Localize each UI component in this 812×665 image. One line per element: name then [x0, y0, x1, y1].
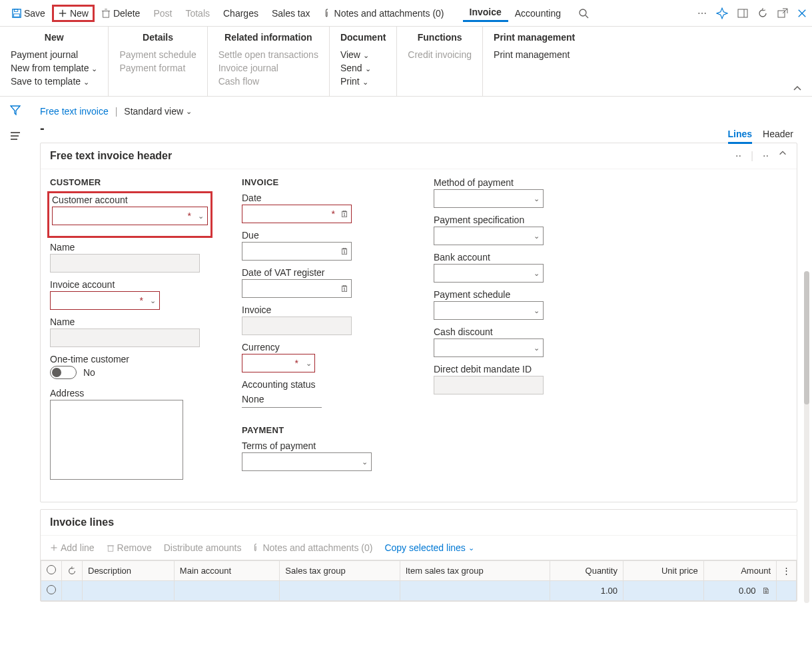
- more-icon[interactable]: ⋯: [697, 8, 707, 19]
- method-input[interactable]: ⌄: [434, 189, 544, 208]
- delete-button[interactable]: Delete: [95, 5, 147, 21]
- ribbon-cash-flow[interactable]: Cash flow: [218, 75, 318, 88]
- cell-sales-tax-group[interactable]: [280, 581, 400, 601]
- card-action-1[interactable]: ··: [735, 150, 741, 162]
- chevron-down-icon[interactable]: ⌄: [530, 269, 543, 278]
- lines-grid: Description Main account Sales tax group…: [41, 560, 797, 601]
- collapse-card-icon[interactable]: [778, 150, 787, 162]
- svg-rect-22: [108, 546, 113, 551]
- chevron-down-icon[interactable]: ⌄: [530, 307, 543, 315]
- cell-unit-price[interactable]: [623, 581, 703, 601]
- ribbon-new-from-template[interactable]: New from template⌄: [11, 61, 97, 75]
- tab-accounting[interactable]: Accounting: [508, 5, 568, 21]
- chevron-down-icon[interactable]: ⌄: [530, 344, 543, 352]
- ribbon-settle[interactable]: Settle open transactions: [218, 48, 318, 61]
- close-icon[interactable]: [797, 9, 807, 18]
- col-unit-price[interactable]: Unit price: [623, 561, 703, 581]
- col-amount[interactable]: Amount: [703, 561, 776, 581]
- calendar-icon[interactable]: 🗓: [338, 209, 351, 219]
- ribbon-invoice-journal[interactable]: Invoice journal: [218, 61, 318, 75]
- plus-icon: [58, 9, 67, 18]
- chevron-down-icon[interactable]: ⌄: [358, 458, 371, 466]
- popout-icon[interactable]: [777, 8, 788, 19]
- ribbon-payment-format[interactable]: Payment format: [119, 61, 196, 75]
- spec-input[interactable]: ⌄: [434, 227, 544, 245]
- list-icon[interactable]: [10, 131, 21, 141]
- search-icon[interactable]: [578, 8, 589, 19]
- new-button[interactable]: New: [52, 5, 95, 22]
- ribbon-group-document: Document View⌄ Send⌄ Print⌄: [330, 27, 397, 96]
- copilot-icon[interactable]: [716, 7, 728, 19]
- ribbon-payment-journal[interactable]: Payment journal: [11, 48, 97, 61]
- chevron-down-icon[interactable]: ⌄: [530, 195, 543, 203]
- cell-main-account[interactable]: [174, 581, 280, 601]
- table-row[interactable]: 1.00 0.00 🗎: [41, 581, 797, 601]
- date-vat-input[interactable]: 🗓: [242, 279, 352, 298]
- col-select[interactable]: [41, 561, 62, 581]
- label-currency: Currency: [242, 342, 402, 352]
- col-quantity[interactable]: Quantity: [550, 561, 623, 581]
- new-label: New: [70, 8, 89, 19]
- add-line-button[interactable]: Add line: [50, 542, 95, 553]
- tab-lines[interactable]: Lines: [728, 129, 753, 144]
- ribbon-save-to-template[interactable]: Save to template⌄: [11, 75, 97, 88]
- totals-button[interactable]: Totals: [179, 5, 216, 21]
- customer-account-input[interactable]: *⌄: [52, 207, 208, 225]
- ribbon-print[interactable]: Print⌄: [340, 75, 386, 88]
- col-description[interactable]: Description: [83, 561, 175, 581]
- ribbon-send[interactable]: Send⌄: [340, 61, 386, 75]
- save-button[interactable]: Save: [5, 5, 52, 21]
- cell-quantity[interactable]: 1.00: [550, 581, 623, 601]
- col-main-account[interactable]: Main account: [174, 561, 280, 581]
- one-time-toggle[interactable]: [50, 366, 77, 379]
- col-item-sales-tax-group[interactable]: Item sales tax group: [400, 561, 550, 581]
- filter-icon[interactable]: [10, 105, 21, 115]
- cash-discount-input[interactable]: ⌄: [434, 338, 544, 357]
- charges-button[interactable]: Charges: [216, 5, 265, 21]
- col-sales-tax-group[interactable]: Sales tax group: [280, 561, 400, 581]
- post-button[interactable]: Post: [147, 5, 179, 21]
- date-input[interactable]: *🗓: [242, 205, 352, 223]
- refresh-icon[interactable]: [757, 8, 768, 19]
- ribbon-group-new: New Payment journal New from template⌄ S…: [0, 27, 109, 96]
- row-select[interactable]: [47, 585, 56, 594]
- copy-lines-button[interactable]: Copy selected lines ⌄: [384, 542, 474, 553]
- chevron-down-icon[interactable]: ⌄: [194, 212, 207, 221]
- notes-button[interactable]: Notes and attachments (0): [317, 5, 451, 21]
- chevron-down-icon[interactable]: ⌄: [530, 232, 543, 241]
- schedule-input[interactable]: ⌄: [434, 301, 544, 320]
- ribbon-view[interactable]: View⌄: [340, 48, 386, 61]
- cell-item-sales-tax-group[interactable]: [400, 581, 550, 601]
- calendar-icon[interactable]: 🗓: [338, 247, 351, 257]
- remove-button[interactable]: Remove: [107, 542, 152, 553]
- distribute-button[interactable]: Distribute amounts: [164, 542, 242, 553]
- ribbon-payment-schedule[interactable]: Payment schedule: [119, 48, 196, 61]
- breadcrumb-link[interactable]: Free text invoice: [40, 106, 109, 117]
- tab-header[interactable]: Header: [763, 129, 793, 144]
- chevron-down-icon[interactable]: ⌄: [302, 359, 314, 368]
- address-textarea[interactable]: [50, 400, 183, 480]
- document-icon[interactable]: 🗎: [762, 586, 771, 596]
- invoice-account-input[interactable]: *⌄: [50, 291, 160, 310]
- due-input[interactable]: 🗓: [242, 242, 352, 261]
- view-selector[interactable]: Standard view ⌄: [124, 106, 192, 117]
- sales-tax-button[interactable]: Sales tax: [265, 5, 317, 21]
- calendar-icon[interactable]: 🗓: [338, 284, 351, 294]
- ribbon-print-management[interactable]: Print management: [494, 48, 575, 61]
- card-action-2[interactable]: ··: [763, 150, 769, 162]
- cell-amount[interactable]: 0.00 🗎: [703, 581, 776, 601]
- ribbon-credit-invoicing[interactable]: Credit invoicing: [408, 48, 472, 61]
- currency-input[interactable]: *⌄: [242, 354, 315, 372]
- svg-marker-16: [11, 106, 20, 115]
- col-menu[interactable]: ⋮: [777, 561, 797, 581]
- bank-input[interactable]: ⌄: [434, 264, 544, 283]
- cell-description[interactable]: [83, 581, 175, 601]
- collapse-ribbon-icon[interactable]: [792, 85, 803, 92]
- lines-notes-button[interactable]: Notes and attachments (0): [253, 542, 372, 553]
- chevron-down-icon[interactable]: ⌄: [147, 297, 159, 305]
- tab-invoice[interactable]: Invoice: [463, 4, 508, 22]
- terms-input[interactable]: ⌄: [242, 452, 372, 471]
- panel-icon[interactable]: [737, 8, 748, 19]
- scrollbar[interactable]: [804, 271, 809, 603]
- col-refresh[interactable]: [62, 561, 83, 581]
